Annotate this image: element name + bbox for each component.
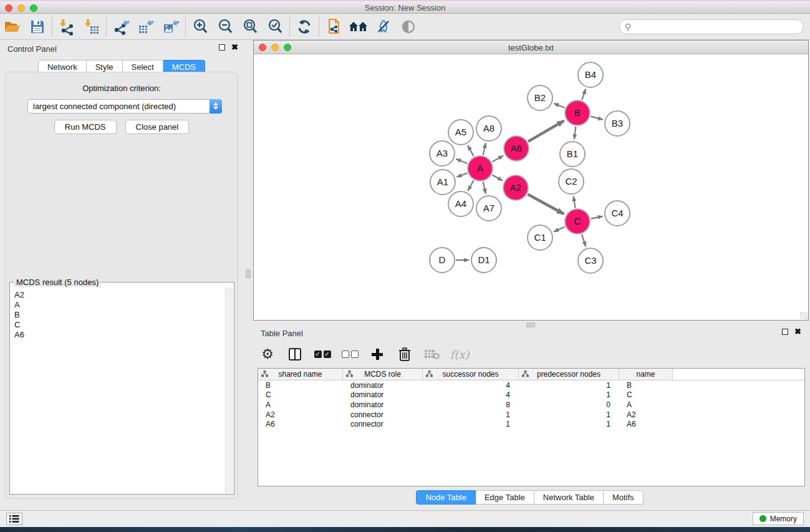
graph-edge-A2-C[interactable] [528, 195, 564, 215]
export-network-icon[interactable] [108, 16, 133, 38]
delete-row-icon[interactable] [395, 345, 414, 364]
column-header-successor-nodes[interactable]: successor nodes [423, 369, 519, 380]
close-panel-icon[interactable]: ✖ [794, 329, 801, 335]
graph-edge-A-A8[interactable] [483, 143, 486, 155]
open-file-icon[interactable] [0, 16, 25, 38]
table-cell[interactable]: 1 [519, 410, 619, 419]
save-session-icon[interactable] [25, 16, 50, 38]
table-cell[interactable]: A [258, 400, 343, 409]
mcds-result-item[interactable]: B [14, 310, 225, 320]
table-settings-icon[interactable]: ⚙ [258, 345, 277, 364]
add-row-icon[interactable] [368, 345, 387, 364]
table-cell[interactable]: A2 [619, 410, 673, 419]
divider-handle[interactable] [246, 269, 251, 278]
export-image-icon[interactable] [158, 16, 183, 38]
table-cell[interactable]: C [619, 390, 673, 399]
table-cell[interactable]: dominator [343, 390, 423, 399]
graph-edge-A-A2[interactable] [492, 175, 503, 181]
table-cell[interactable]: connector [343, 410, 423, 419]
table-row[interactable]: Bdominator41B [258, 380, 804, 390]
graph-edge-A-A7[interactable] [483, 182, 486, 194]
graph-edge-B-B4[interactable] [582, 89, 586, 100]
refresh-icon[interactable] [292, 16, 317, 38]
graph-edge-A6-B[interactable] [528, 121, 564, 142]
table-cell[interactable]: 4 [423, 390, 519, 399]
column-header-predecessor-nodes[interactable]: predecessor nodes [519, 369, 619, 380]
mcds-result-scrollbar[interactable] [225, 288, 233, 493]
close-panel-icon[interactable]: ✖ [231, 44, 238, 51]
memory-button[interactable]: Memory [753, 512, 804, 525]
table-cell[interactable]: A6 [619, 420, 673, 428]
function-builder-icon[interactable]: f(x) [450, 345, 469, 364]
optimization-criterion-dropdown[interactable]: largest connected component (directed) [27, 99, 222, 114]
mcds-result-item[interactable]: A2 [14, 290, 225, 300]
task-history-button[interactable] [6, 513, 22, 525]
export-table-icon[interactable] [133, 16, 158, 38]
zoom-fit-icon[interactable] [238, 16, 263, 38]
float-panel-icon[interactable] [219, 44, 225, 51]
table-cell[interactable]: 1 [519, 420, 619, 428]
table-cell[interactable]: 8 [423, 400, 519, 409]
column-header-shared-name[interactable]: shared name [258, 369, 343, 380]
mcds-result-item[interactable]: A6 [14, 330, 225, 340]
column-header-MCDS-role[interactable]: MCDS role [343, 369, 423, 380]
graph-edge-A-A6[interactable] [492, 156, 503, 162]
search-input[interactable] [631, 22, 803, 32]
table-cell[interactable]: 4 [423, 381, 519, 390]
table-row[interactable]: Cdominator41C [258, 390, 804, 400]
close-panel-button[interactable]: Close panel [125, 120, 190, 134]
show-column-icon[interactable] [286, 345, 304, 364]
table-cell[interactable]: B [258, 381, 343, 390]
home-layout-icon[interactable] [346, 16, 371, 38]
table-cell[interactable]: 0 [519, 400, 619, 409]
graph-edge-A-A5[interactable] [468, 145, 473, 156]
table-cell[interactable]: A [619, 400, 673, 409]
mcds-result-item[interactable]: A [14, 300, 225, 310]
import-table-icon[interactable] [79, 16, 104, 38]
table-cell[interactable]: dominator [343, 381, 423, 390]
table-cell[interactable]: 1 [519, 381, 619, 390]
table-cell[interactable]: A2 [258, 410, 343, 419]
graph-edge-C-C3[interactable] [582, 235, 586, 246]
network-from-file-icon[interactable] [321, 16, 346, 38]
panel-divider-vertical[interactable] [243, 40, 253, 510]
table-cell[interactable]: 1 [423, 410, 519, 419]
import-network-icon[interactable] [54, 16, 79, 38]
table-cell[interactable]: B [619, 381, 673, 390]
graph-edge-A-A4[interactable] [468, 180, 474, 191]
column-header-name[interactable]: name [619, 369, 673, 380]
graph-edge-C-C2[interactable] [574, 196, 576, 208]
graph-edge-A-A3[interactable] [456, 159, 467, 163]
table-cell[interactable]: 1 [423, 420, 519, 428]
table-row[interactable]: A2connector11A2 [258, 410, 804, 420]
run-mcds-button[interactable]: Run MCDS [54, 120, 117, 134]
select-all-icon[interactable]: ✓✓ [313, 345, 332, 364]
table-cell[interactable]: connector [343, 420, 423, 428]
table-row[interactable]: Adominator80A [258, 400, 804, 410]
zoom-in-icon[interactable] [188, 16, 213, 38]
tab-motifs[interactable]: Motifs [604, 490, 644, 505]
graph-edge-B-B1[interactable] [574, 127, 576, 139]
zoom-out-icon[interactable] [213, 16, 238, 38]
hide-annotations-icon[interactable] [371, 16, 396, 38]
table-row[interactable]: A6connector11A6 [258, 419, 804, 429]
table-cell[interactable]: C [258, 390, 343, 399]
zoom-selected-icon[interactable] [263, 16, 287, 38]
show-graphics-details-icon[interactable] [396, 16, 421, 38]
table-cell[interactable]: A6 [258, 420, 343, 428]
graph-edge-B-B3[interactable] [591, 117, 603, 120]
delete-table-icon[interactable] [423, 345, 441, 364]
tab-network-table[interactable]: Network Table [534, 490, 604, 505]
float-panel-icon[interactable] [782, 329, 788, 335]
table-cell[interactable]: 1 [519, 390, 619, 399]
window-resize-grip[interactable] [800, 312, 808, 319]
network-canvas[interactable]: AA1A2A3A4A5A6A7A8BB1B2B3B4CC1C2C3C4DD1 [254, 54, 808, 320]
graph-edge-B-B2[interactable] [554, 104, 564, 108]
tab-edge-table[interactable]: Edge Table [476, 490, 534, 505]
graph-edge-C-C4[interactable] [591, 216, 603, 219]
deselect-all-icon[interactable] [340, 345, 359, 364]
tab-node-table[interactable]: Node Table [416, 490, 476, 505]
mcds-result-item[interactable]: C [14, 320, 225, 330]
table-cell[interactable]: dominator [343, 400, 423, 409]
graph-edge-C-C1[interactable] [554, 227, 565, 232]
